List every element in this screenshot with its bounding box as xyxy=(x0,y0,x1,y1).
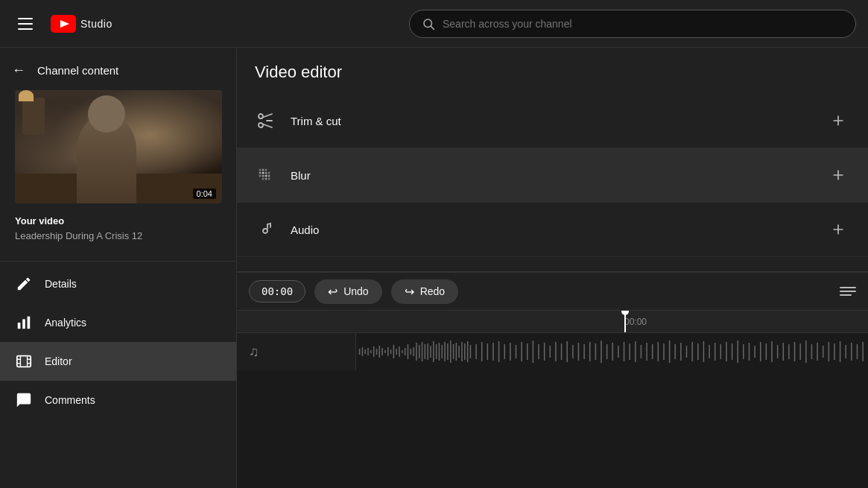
timeline-controls: 00:00 ↩ Undo ↪ Redo xyxy=(237,272,868,311)
your-video-label: Your video xyxy=(15,215,221,226)
svg-rect-97 xyxy=(492,343,494,361)
svg-rect-104 xyxy=(533,340,534,363)
svg-rect-137 xyxy=(720,344,722,359)
page-title-area: Video editor xyxy=(237,48,868,94)
svg-point-31 xyxy=(268,175,270,177)
scissors-icon xyxy=(255,110,276,131)
editor-panel: Trim & cut xyxy=(237,94,868,488)
blur-icon xyxy=(255,165,276,186)
tool-item-trim-cut[interactable]: Trim & cut xyxy=(237,94,868,148)
svg-rect-83 xyxy=(442,345,443,358)
page-title: Video editor xyxy=(255,63,850,82)
svg-rect-95 xyxy=(481,342,483,361)
undo-button[interactable]: ↩ Undo xyxy=(314,279,381,304)
svg-rect-116 xyxy=(601,340,602,363)
svg-rect-88 xyxy=(456,343,457,361)
svg-rect-55 xyxy=(362,347,364,356)
hamburger-menu[interactable] xyxy=(12,12,39,36)
search-input[interactable] xyxy=(443,18,843,30)
video-thumbnail-container: 0:04 xyxy=(15,90,221,203)
redo-icon: ↪ xyxy=(405,285,414,299)
svg-rect-70 xyxy=(405,348,406,355)
svg-rect-66 xyxy=(393,345,395,358)
timeline-ruler: 00:00 01:00 xyxy=(237,311,868,333)
svg-point-25 xyxy=(262,172,264,174)
svg-rect-76 xyxy=(422,342,423,361)
svg-rect-98 xyxy=(498,341,500,362)
tool-item-blur[interactable]: Blur xyxy=(237,148,868,203)
main-layout: ← Channel content 0:04 Your video Leader… xyxy=(0,48,868,488)
svg-rect-149 xyxy=(788,344,790,359)
svg-rect-145 xyxy=(766,343,767,360)
back-header[interactable]: ← Channel content xyxy=(0,48,236,90)
search-bar[interactable] xyxy=(409,10,856,38)
svg-point-23 xyxy=(265,169,267,171)
timeline-area[interactable]: 00:00 01:00 ♫ xyxy=(237,311,868,488)
sidebar-item-comments[interactable]: Comments xyxy=(0,381,236,419)
studio-label: Studio xyxy=(80,18,113,30)
waveform-track[interactable] xyxy=(356,333,868,370)
video-duration-badge: 0:04 xyxy=(193,188,216,199)
svg-rect-54 xyxy=(359,349,361,355)
svg-rect-108 xyxy=(555,342,557,361)
add-trim-cut-button[interactable] xyxy=(826,109,850,133)
timeline-settings-icon[interactable] xyxy=(840,287,856,296)
tool-label-audio: Audio xyxy=(291,224,811,236)
redo-button[interactable]: ↪ Redo xyxy=(391,279,458,304)
svg-rect-162 xyxy=(862,342,864,361)
svg-rect-96 xyxy=(487,343,489,360)
svg-rect-122 xyxy=(635,341,636,362)
sidebar-item-label-details: Details xyxy=(45,278,77,290)
svg-rect-58 xyxy=(370,350,372,353)
svg-rect-4 xyxy=(18,323,21,329)
tool-item-end-screen[interactable]: End screen xyxy=(237,257,868,272)
svg-rect-110 xyxy=(566,341,568,362)
search-icon xyxy=(422,17,435,31)
undo-label: Undo xyxy=(343,285,368,297)
svg-rect-150 xyxy=(794,342,796,361)
svg-rect-118 xyxy=(612,343,614,361)
svg-point-30 xyxy=(265,175,267,177)
svg-point-37 xyxy=(263,229,267,233)
svg-rect-117 xyxy=(606,344,608,359)
sidebar-item-editor[interactable]: Editor xyxy=(0,342,236,381)
playhead[interactable] xyxy=(624,311,626,332)
tool-item-audio[interactable]: Audio xyxy=(237,203,868,257)
logo-area: Studio xyxy=(51,15,113,33)
sidebar-item-details[interactable]: Details xyxy=(0,264,236,303)
back-arrow-icon: ← xyxy=(12,63,25,78)
svg-rect-127 xyxy=(663,343,665,360)
timeline-right xyxy=(840,287,856,296)
top-navigation: Studio xyxy=(0,0,868,48)
film-icon xyxy=(15,352,33,370)
svg-rect-120 xyxy=(624,342,625,361)
svg-rect-94 xyxy=(475,344,477,359)
svg-rect-80 xyxy=(433,341,434,362)
svg-rect-134 xyxy=(703,341,705,362)
svg-rect-100 xyxy=(510,343,511,361)
svg-rect-159 xyxy=(845,345,846,358)
svg-point-21 xyxy=(259,169,262,171)
svg-rect-115 xyxy=(595,343,597,360)
youtube-logo-icon xyxy=(51,15,76,33)
svg-rect-106 xyxy=(544,343,545,361)
sidebar-item-analytics[interactable]: Analytics xyxy=(0,303,236,342)
svg-rect-105 xyxy=(538,344,539,359)
svg-rect-57 xyxy=(367,348,369,355)
svg-point-29 xyxy=(262,175,264,177)
svg-rect-84 xyxy=(444,342,446,361)
svg-rect-67 xyxy=(396,349,397,355)
audio-icon xyxy=(255,219,276,240)
svg-rect-82 xyxy=(439,343,440,361)
svg-rect-123 xyxy=(641,345,642,358)
waveform-track-label: ♫ xyxy=(237,333,356,370)
svg-rect-124 xyxy=(646,343,647,361)
svg-point-34 xyxy=(268,178,270,180)
add-audio-button[interactable] xyxy=(826,218,850,241)
tools-list: Trim & cut xyxy=(237,94,868,272)
svg-rect-129 xyxy=(674,344,676,359)
svg-rect-65 xyxy=(390,349,392,354)
add-blur-button[interactable] xyxy=(826,163,850,187)
svg-rect-114 xyxy=(589,342,591,361)
redo-label: Redo xyxy=(420,285,445,297)
